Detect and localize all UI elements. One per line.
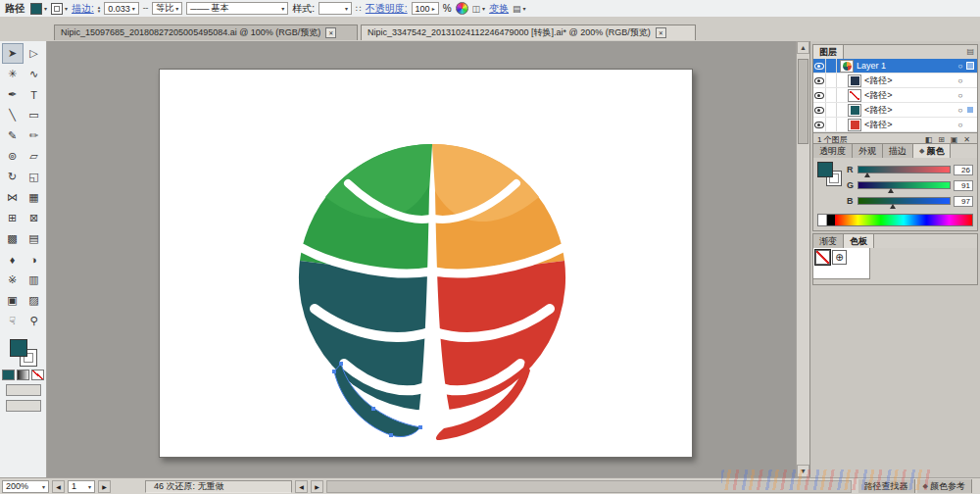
target-circle[interactable]: ○: [955, 91, 966, 100]
visibility-toggle[interactable]: [813, 118, 826, 131]
chevron-down-icon[interactable]: ▾: [523, 5, 526, 12]
zoom-tool[interactable]: ⚲: [24, 311, 45, 331]
align-icon[interactable]: ◫: [472, 4, 481, 14]
channel-slider[interactable]: [858, 197, 951, 205]
pen-tool[interactable]: ✒: [2, 84, 24, 105]
gradient-button[interactable]: [17, 370, 29, 380]
rotate-tool[interactable]: ↻: [2, 167, 24, 187]
chevron-down-icon[interactable]: ▾: [482, 5, 485, 12]
visibility-toggle[interactable]: [813, 103, 826, 117]
layer-thumbnail[interactable]: [840, 60, 854, 73]
zoom-combo[interactable]: 200%▾: [2, 480, 49, 493]
layer-label[interactable]: <路径>: [864, 104, 955, 117]
layer-thumbnail[interactable]: [848, 104, 861, 117]
scroll-down-icon[interactable]: ▼: [797, 465, 809, 477]
vertical-scrollbar[interactable]: ▲ ▼: [796, 41, 809, 477]
channel-value[interactable]: 97: [954, 196, 973, 207]
rainbow-spectrum[interactable]: [835, 215, 972, 225]
rectangle-tool[interactable]: ▭: [24, 105, 45, 125]
tree-logo[interactable]: [285, 140, 579, 444]
color-button[interactable]: [2, 370, 15, 380]
layer-row[interactable]: <路径>○: [813, 118, 977, 132]
lock-cell[interactable]: [826, 103, 837, 117]
horizontal-scrollbar[interactable]: [326, 480, 852, 493]
gradient-tool[interactable]: ▤: [24, 228, 45, 249]
fill-box[interactable]: [817, 162, 833, 177]
fill-box[interactable]: [10, 339, 27, 357]
slider-marker[interactable]: [888, 188, 894, 193]
registration-swatch[interactable]: ⊕: [832, 250, 847, 265]
slider-marker[interactable]: [864, 173, 870, 177]
blob-brush-tool[interactable]: ⊚: [2, 146, 24, 167]
layer-row[interactable]: <路径>○: [813, 88, 977, 103]
scale-tool[interactable]: ◱: [24, 167, 45, 187]
visibility-toggle[interactable]: [813, 88, 826, 102]
artboard-combo[interactable]: 1▾: [68, 480, 95, 493]
layer-thumbnail[interactable]: [848, 74, 861, 87]
target-circle[interactable]: ○: [955, 106, 966, 115]
close-icon[interactable]: ✕: [656, 27, 666, 38]
hscroll-right-icon[interactable]: ▶: [311, 480, 323, 493]
tab-appearance[interactable]: 外观: [853, 144, 883, 158]
target-circle[interactable]: ○: [955, 76, 966, 85]
width-tool[interactable]: ⋈: [2, 187, 24, 208]
layer-row[interactable]: <路径>○: [813, 103, 977, 118]
visibility-toggle[interactable]: [813, 74, 826, 87]
fill-stroke-widget[interactable]: [10, 339, 37, 367]
channel-slider[interactable]: [858, 181, 951, 189]
black-swatch[interactable]: [827, 215, 835, 225]
tab-color[interactable]: ◆颜色: [913, 144, 951, 158]
line-segment-tool[interactable]: ╲: [2, 105, 24, 125]
type-tool[interactable]: T: [24, 84, 45, 105]
style-combo[interactable]: ▾: [318, 2, 352, 15]
channel-value[interactable]: 91: [954, 180, 973, 191]
layer-thumbnail[interactable]: [848, 119, 861, 131]
width-profile-combo[interactable]: 等比▾: [152, 2, 182, 15]
target-circle[interactable]: ○: [955, 121, 966, 129]
tab-gradient[interactable]: 渐变: [813, 234, 844, 248]
paintbrush-tool[interactable]: ✎: [2, 125, 24, 146]
screen-mode-button[interactable]: [6, 400, 41, 412]
stroke-color-swatch[interactable]: [51, 3, 63, 15]
none-swatch[interactable]: [815, 250, 830, 265]
document-tab-2[interactable]: Nipic_3347542_20131024112246479000 [转换].…: [361, 25, 696, 40]
color-spectrum-bar[interactable]: [817, 214, 973, 226]
tab-layers[interactable]: 图层: [813, 45, 844, 59]
draw-mode-button[interactable]: [6, 384, 41, 396]
column-graph-tool[interactable]: ▥: [24, 270, 45, 290]
layer-row[interactable]: <路径>○: [813, 74, 977, 88]
mesh-tool[interactable]: ▩: [2, 228, 24, 249]
free-transform-tool[interactable]: ▦: [24, 187, 45, 208]
slider-marker[interactable]: [890, 204, 896, 209]
panel-menu-icon[interactable]: ▤: [966, 47, 974, 56]
brush-definition-combo[interactable]: ───基本▾: [186, 2, 288, 15]
stroke-weight-stepper[interactable]: ▴▾: [98, 5, 101, 13]
transform-link[interactable]: 变换: [489, 2, 509, 16]
layer-label[interactable]: <路径>: [864, 74, 955, 87]
stroke-weight-combo[interactable]: 0.033▾: [104, 2, 139, 15]
artboard-tool[interactable]: ▣: [2, 290, 24, 311]
blend-tool[interactable]: ◑: [24, 249, 45, 270]
lock-cell[interactable]: [826, 74, 837, 87]
scroll-up-icon[interactable]: ▲: [797, 41, 809, 54]
visibility-toggle[interactable]: [813, 59, 826, 73]
channel-value[interactable]: 26: [954, 165, 973, 175]
pencil-tool[interactable]: ✏: [24, 125, 45, 146]
channel-slider[interactable]: [858, 166, 951, 173]
lock-cell[interactable]: [826, 59, 837, 73]
white-swatch[interactable]: [818, 215, 827, 225]
layer-label[interactable]: <路径>: [864, 119, 955, 131]
tab-pathfinder[interactable]: 路径查找器: [858, 479, 915, 493]
selection-tool[interactable]: ➤: [2, 43, 24, 64]
lock-cell[interactable]: [826, 118, 837, 131]
layer-thumbnail[interactable]: [848, 89, 861, 102]
color-fill-stroke-widget[interactable]: [817, 162, 842, 186]
tab-transparency[interactable]: 透明度: [813, 144, 853, 158]
dashed-line-icon[interactable]: ╌: [143, 4, 148, 14]
eyedropper-tool[interactable]: ♦: [2, 249, 24, 270]
magic-wand-tool[interactable]: ✳: [2, 64, 24, 84]
symbol-sprayer-tool[interactable]: ※: [2, 270, 24, 290]
target-circle[interactable]: ○: [955, 62, 966, 71]
chevron-down-icon[interactable]: ▾: [44, 5, 47, 12]
grid-icon[interactable]: ∷: [356, 4, 362, 14]
